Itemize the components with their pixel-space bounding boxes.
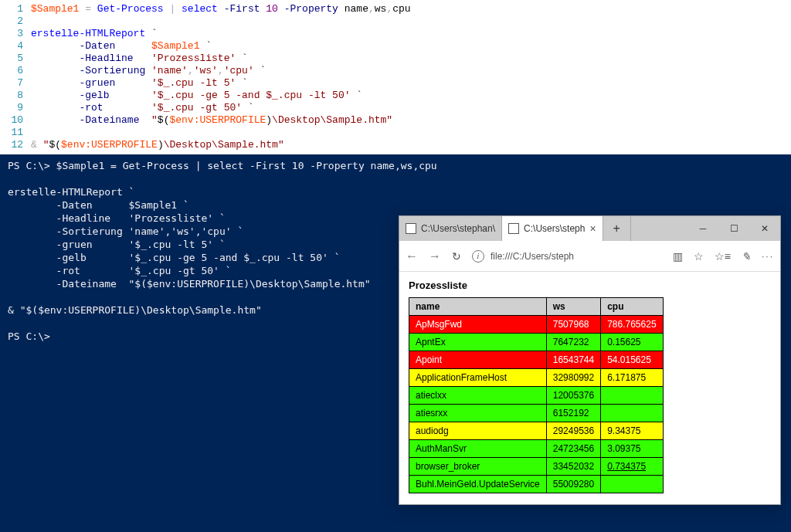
url-text: file:///C:/Users/steph xyxy=(491,251,574,262)
cell-ws: 29249536 xyxy=(546,422,600,440)
info-icon[interactable]: i xyxy=(472,250,484,263)
cell-cpu: 9.34375 xyxy=(601,422,663,440)
table-row: Buhl.MeinGeld.UpdateService55009280 xyxy=(409,476,664,493)
more-menu-icon[interactable]: ··· xyxy=(762,251,774,262)
code-line-3: erstelle-HTMLReport ` xyxy=(31,28,791,40)
code-line-1: $Sample1 = Get-Process | select -First 1… xyxy=(31,3,791,15)
cell-cpu xyxy=(601,387,663,405)
maximize-button[interactable]: ☐ xyxy=(718,216,749,241)
col-name: name xyxy=(409,298,547,316)
cell-name: browser_broker xyxy=(409,458,547,476)
minimize-button[interactable]: ─ xyxy=(687,216,718,241)
cell-name: AuthManSvr xyxy=(409,440,547,458)
code-line-7: -gruen '$_.cpu -lt 5' ` xyxy=(31,77,791,90)
code-content[interactable]: $Sample1 = Get-Process | select -First 1… xyxy=(31,0,791,154)
close-tab-icon[interactable]: × xyxy=(589,222,596,235)
cell-ws: 55009280 xyxy=(546,476,600,493)
cell-ws: 7647232 xyxy=(546,334,600,351)
line-number-gutter: 1 2 3 4 5 6 7 8 9 10 11 12 xyxy=(0,0,31,154)
code-line-10: -Dateiname "$($env:USERPROFILE)\Desktop\… xyxy=(31,114,791,127)
notes-icon[interactable]: ✎ xyxy=(742,250,751,263)
table-row: audiodg292495369.34375 xyxy=(409,422,664,440)
code-line-5: -Headline 'Prozessliste' ` xyxy=(31,53,791,65)
cell-cpu: 3.09375 xyxy=(601,440,663,458)
cell-ws: 32980992 xyxy=(546,369,600,387)
favorites-list-icon[interactable]: ☆≡ xyxy=(715,250,731,263)
back-button[interactable]: ← xyxy=(406,249,418,263)
new-tab-button[interactable]: + xyxy=(603,216,631,241)
cell-cpu: 54.015625 xyxy=(601,351,663,369)
console-output: PS C:\> $Sample1 = Get-Process | select … xyxy=(8,160,437,342)
url-field[interactable]: i file:///C:/Users/steph xyxy=(472,250,662,263)
favorite-icon[interactable]: ☆ xyxy=(694,250,704,263)
close-window-button[interactable]: ✕ xyxy=(749,216,780,241)
cell-ws: 33452032 xyxy=(546,458,600,476)
cell-cpu: 0.734375 xyxy=(601,458,663,476)
tab-inactive[interactable]: C:\Users\stephan\ xyxy=(399,216,502,241)
cell-ws: 7507968 xyxy=(546,316,600,334)
table-row: Apoint1654374454.015625 xyxy=(409,351,664,369)
cell-name: atieclxx xyxy=(409,387,547,405)
cell-ws: 24723456 xyxy=(546,440,600,458)
browser-address-bar: ← → ↻ i file:///C:/Users/steph ▥ ☆ ☆≡ ✎ … xyxy=(399,241,780,272)
table-row: ApMsgFwd7507968786.765625 xyxy=(409,316,664,334)
file-icon xyxy=(406,223,416,234)
cell-cpu: 0.15625 xyxy=(601,334,663,351)
code-line-4: -Daten $Sample1 ` xyxy=(31,40,791,53)
cell-cpu: 786.765625 xyxy=(601,316,663,334)
col-cpu: cpu xyxy=(601,298,663,316)
tab-label: C:\Users\stephan\ xyxy=(421,223,495,234)
refresh-button[interactable]: ↻ xyxy=(452,250,461,263)
code-line-12: & "$($env:USERPROFILE)\Desktop\Sample.ht… xyxy=(31,139,791,151)
cell-name: ApMsgFwd xyxy=(409,316,547,334)
code-line-6: -Sortierung 'name','ws','cpu' ` xyxy=(31,65,791,77)
cell-name: Buhl.MeinGeld.UpdateService xyxy=(409,476,547,493)
cell-cpu: 6.171875 xyxy=(601,369,663,387)
tab-active[interactable]: C:\Users\steph × xyxy=(502,216,603,241)
table-row: ApntEx76472320.15625 xyxy=(409,334,664,351)
cell-ws: 16543744 xyxy=(546,351,600,369)
cell-cpu xyxy=(601,405,663,422)
browser-window: C:\Users\stephan\ C:\Users\steph × + ─ ☐… xyxy=(399,215,781,505)
report-title: Prozessliste xyxy=(409,280,771,291)
table-row: ApplicationFrameHost329809926.171875 xyxy=(409,369,664,387)
table-header-row: name ws cpu xyxy=(409,298,664,316)
reading-view-icon[interactable]: ▥ xyxy=(673,250,683,263)
forward-button[interactable]: → xyxy=(429,249,441,263)
cell-name: ApplicationFrameHost xyxy=(409,369,547,387)
table-row: AuthManSvr247234563.09375 xyxy=(409,440,664,458)
cell-name: audiodg xyxy=(409,422,547,440)
table-row: atiesrxx6152192 xyxy=(409,405,664,422)
code-editor: 1 2 3 4 5 6 7 8 9 10 11 12 $Sample1 = Ge… xyxy=(0,0,791,154)
cell-name: atiesrxx xyxy=(409,405,547,422)
browser-content: Prozessliste name ws cpu ApMsgFwd7507968… xyxy=(399,272,780,504)
cell-ws: 6152192 xyxy=(546,405,600,422)
cell-name: Apoint xyxy=(409,351,547,369)
report-table: name ws cpu ApMsgFwd7507968786.765625Apn… xyxy=(409,297,664,493)
col-ws: ws xyxy=(546,298,600,316)
cell-name: ApntEx xyxy=(409,334,547,351)
code-line-9: -rot '$_.cpu -gt 50' ` xyxy=(31,102,791,114)
file-icon xyxy=(508,223,519,234)
code-line-8: -gelb '$_.cpu -ge 5 -and $_.cpu -lt 50' … xyxy=(31,90,791,102)
browser-titlebar[interactable]: C:\Users\stephan\ C:\Users\steph × + ─ ☐… xyxy=(399,216,780,241)
cell-cpu xyxy=(601,476,663,493)
table-row: browser_broker334520320.734375 xyxy=(409,458,664,476)
table-row: atieclxx12005376 xyxy=(409,387,664,405)
tab-label: C:\Users\steph xyxy=(524,223,585,234)
cell-ws: 12005376 xyxy=(546,387,600,405)
